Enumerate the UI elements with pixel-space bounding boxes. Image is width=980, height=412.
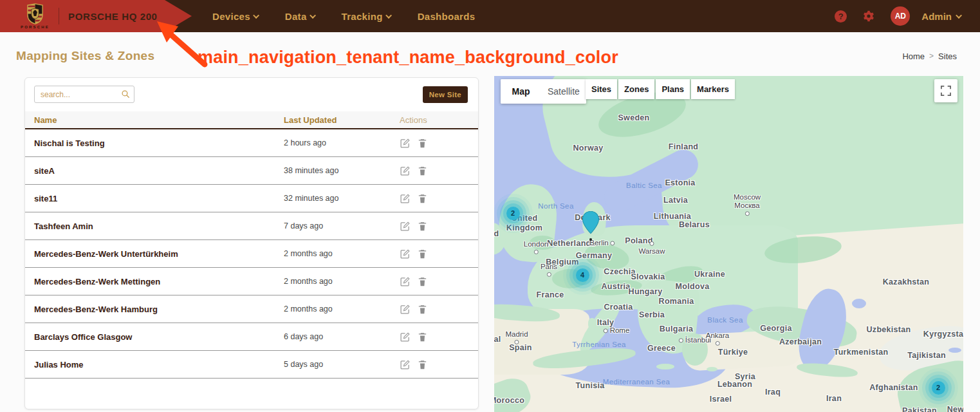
- map-country-label-tajikistan: Tajikistan: [907, 351, 946, 360]
- city-dot-icon: [604, 329, 608, 333]
- map-country-label-estonia: Estonia: [665, 178, 695, 188]
- delete-icon[interactable]: [417, 165, 428, 176]
- site-name: Julias Home: [34, 360, 284, 370]
- nav-item-dashboards[interactable]: Dashboards: [418, 11, 476, 22]
- last-updated: 2 months ago: [284, 249, 400, 258]
- map-country-label-belarus: Belarus: [679, 220, 710, 230]
- last-updated: 2 months ago: [284, 277, 400, 286]
- site-name: Nischal is Testing: [34, 138, 284, 148]
- edit-icon[interactable]: [400, 138, 411, 149]
- edit-icon[interactable]: [400, 165, 411, 176]
- map-country-label-bulgaria: Bulgaria: [660, 324, 693, 334]
- last-updated: 38 minutes ago: [284, 166, 400, 175]
- flag-divider: [59, 8, 59, 24]
- topbar-right: ? AD Admin: [835, 6, 980, 26]
- delete-icon[interactable]: [417, 276, 428, 287]
- map-pin-marker[interactable]: [582, 211, 600, 237]
- row-actions: [400, 221, 478, 232]
- table-row: Julias Home5 days ago: [25, 351, 478, 379]
- map-country-label-portugal: Portugal: [494, 335, 501, 344]
- delete-icon[interactable]: [417, 332, 428, 342]
- delete-icon[interactable]: [417, 221, 428, 232]
- city-dot-icon: [611, 241, 615, 246]
- settings-gear-icon[interactable]: [862, 10, 875, 23]
- map-cluster-marker[interactable]: 4: [576, 268, 589, 282]
- nav-item-label: Data: [285, 11, 307, 22]
- map-country-label-kazakhstan: Kazakhstan: [883, 277, 929, 287]
- map-sea-label-baltic-sea: Baltic Sea: [626, 182, 662, 189]
- chevron-down-icon: [253, 12, 259, 19]
- last-updated: 2 hours ago: [284, 138, 400, 147]
- nav-item-data[interactable]: Data: [285, 11, 316, 22]
- map-layer-button-zones[interactable]: Zones: [618, 79, 654, 99]
- row-actions: [400, 304, 478, 315]
- map-country-label-uzbekistan: Uzbekistan: [867, 325, 911, 335]
- help-icon[interactable]: ?: [835, 10, 847, 23]
- map-panel[interactable]: SwedenNorwayFinlandEstoniaLatviaLithuani…: [494, 76, 963, 412]
- last-updated: 2 months ago: [284, 304, 400, 314]
- map-pin-anchor-dot: [589, 238, 592, 241]
- user-menu[interactable]: Admin: [921, 11, 962, 22]
- delete-icon[interactable]: [417, 304, 428, 315]
- map-country-label-tunisia: Tunisia: [576, 381, 605, 391]
- map-cluster-marker[interactable]: 2: [932, 381, 945, 395]
- map-country-label-sweden: Sweden: [618, 113, 649, 123]
- fullscreen-button[interactable]: [934, 79, 957, 102]
- nav-item-devices[interactable]: Devices: [212, 11, 259, 22]
- map-cluster-marker[interactable]: 2: [506, 207, 520, 220]
- edit-icon[interactable]: [400, 248, 411, 259]
- city-name: Warsaw: [638, 247, 665, 256]
- city-dot-icon: [745, 212, 750, 216]
- map-city-label-warsaw: Warsaw: [638, 241, 665, 256]
- map-layer-button-plans[interactable]: Plans: [656, 79, 690, 99]
- table-body: Nischal is Testing2 hours agositeA38 min…: [25, 129, 478, 379]
- map-type-button-map[interactable]: Map: [501, 79, 541, 104]
- map-type-button-satellite[interactable]: Satellite: [541, 79, 586, 104]
- city-name: London: [524, 240, 548, 248]
- site-name: siteA: [34, 166, 284, 176]
- user-avatar[interactable]: AD: [891, 6, 910, 26]
- sites-toolbar: New Site: [25, 78, 478, 111]
- map-country-label-georgia: Georgia: [760, 324, 791, 333]
- map-city-label-rome: Rome: [604, 326, 630, 335]
- delete-icon[interactable]: [417, 193, 428, 204]
- edit-icon[interactable]: [400, 304, 411, 315]
- map-country-label-new: New: [947, 405, 963, 412]
- column-header-name: Name: [34, 115, 284, 125]
- breadcrumb-home[interactable]: Home: [902, 52, 925, 61]
- row-actions: [400, 248, 478, 259]
- breadcrumb: Home>Sites: [902, 52, 957, 61]
- edit-icon[interactable]: [400, 221, 411, 232]
- map-layer-button-markers[interactable]: Markers: [691, 79, 735, 99]
- delete-icon[interactable]: [417, 138, 428, 149]
- breadcrumb-sites[interactable]: Sites: [938, 52, 957, 61]
- map-terrain-cyprus: [707, 367, 717, 371]
- new-site-button[interactable]: New Site: [423, 86, 468, 103]
- edit-icon[interactable]: [400, 193, 411, 204]
- map-country-label-romania: Romania: [659, 297, 694, 306]
- map-country-label-netherlands: Netherlands: [547, 239, 596, 248]
- edit-icon[interactable]: [400, 332, 411, 342]
- map-country-label-croatia: Croatia: [604, 303, 633, 312]
- map-country-label-finland: Finland: [669, 142, 699, 152]
- delete-icon[interactable]: [417, 248, 428, 259]
- tenant-name: PORSCHE HQ 200: [68, 11, 157, 22]
- table-row: siteA38 minutes ago: [25, 157, 478, 185]
- cluster-count: 2: [936, 384, 940, 391]
- row-actions: [400, 332, 478, 342]
- map-terrain-corsica: [588, 318, 596, 330]
- map-layer-button-sites[interactable]: Sites: [586, 79, 617, 99]
- nav-item-tracking[interactable]: Tracking: [342, 11, 392, 22]
- row-actions: [400, 165, 478, 176]
- last-updated: 32 minutes ago: [284, 194, 400, 203]
- edit-icon[interactable]: [400, 276, 411, 287]
- fullscreen-icon: [941, 86, 951, 96]
- porsche-logo[interactable]: PORSCHE: [21, 3, 50, 29]
- search-input[interactable]: [34, 86, 134, 103]
- edit-icon[interactable]: [400, 359, 411, 370]
- city-name: Moscow Москва: [734, 193, 761, 210]
- cluster-count: 2: [511, 209, 515, 217]
- chevron-down-icon: [956, 12, 962, 19]
- map-country-label-iraq: Iraq: [765, 388, 781, 397]
- delete-icon[interactable]: [417, 359, 428, 370]
